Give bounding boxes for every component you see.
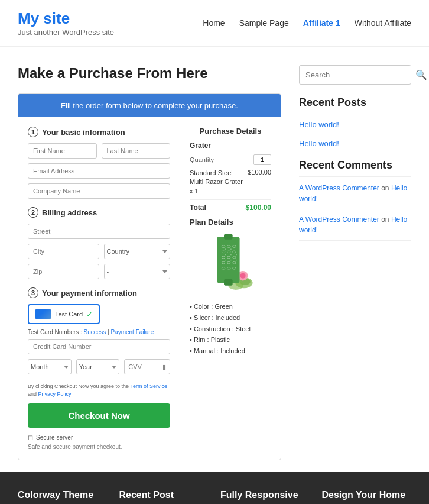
section1-num: 1 [28, 127, 38, 137]
section1-title: 1 Your basic information [28, 127, 170, 137]
test-card-info: Test Card Numbers : Success | Payment Fa… [28, 329, 170, 335]
price-row: Standard Steel Multi Razor Grater x 1 $1… [190, 169, 271, 196]
country-select[interactable]: Country [104, 244, 171, 259]
zip-row: - [28, 264, 170, 279]
test-card-label: Test Card Numbers : [28, 329, 82, 335]
billing-section: 2 Billing address Country [28, 207, 170, 279]
year-select[interactable]: Year [76, 359, 120, 374]
month-select[interactable]: Month [28, 359, 72, 374]
cc-row [28, 339, 170, 354]
site-tagline: Just another WordPress site [18, 28, 114, 37]
city-country-row: Country [28, 244, 170, 259]
privacy-link[interactable]: Privacy Policy [38, 391, 72, 397]
total-price: $100.00 [246, 203, 271, 212]
card-label: Test Card [55, 311, 83, 318]
secure-row: ◻ Secure server [28, 434, 170, 441]
main-content: Make a Purchase From Here Fill the order… [18, 65, 281, 460]
search-wrap: 🔍 [299, 65, 411, 85]
comment-2: A WordPress Commenter on Hello world! [299, 214, 411, 241]
plan-title: Plan Details [190, 218, 271, 227]
section3-title: 3 Your payment information [28, 287, 170, 298]
street-row [28, 224, 170, 239]
cvv-icon: ▮ [162, 363, 166, 371]
qty-input[interactable] [254, 154, 271, 165]
search-input[interactable] [300, 66, 411, 83]
section3-num: 3 [28, 287, 38, 298]
feature-color: Color : Green [190, 301, 271, 312]
svg-point-22 [225, 249, 226, 250]
qty-label: Quantity [190, 156, 214, 163]
total-row: Total $100.00 [190, 199, 271, 212]
section1-label: Your basic information [42, 128, 125, 137]
sidebar: 🔍 Recent Posts Hello world! Hello world!… [299, 65, 411, 460]
section2-title: 2 Billing address [28, 207, 170, 218]
item-label: Standard Steel Multi Razor Grater x 1 [190, 169, 248, 196]
recent-post-1[interactable]: Hello world! [299, 120, 411, 134]
search-button[interactable]: 🔍 [411, 66, 429, 84]
first-name-input[interactable] [28, 143, 97, 159]
checkout-container: Fill the order form below to complete yo… [18, 93, 281, 460]
city-input[interactable] [28, 244, 99, 259]
svg-point-24 [225, 254, 226, 256]
feature-manual: Manual : Included [190, 345, 271, 357]
feature-rim: Rim : Plastic [190, 334, 271, 345]
last-name-input[interactable] [102, 143, 171, 159]
form-column: 1 Your basic information [18, 117, 180, 460]
svg-rect-30 [224, 279, 233, 286]
success-link[interactable]: Success [83, 329, 106, 335]
payment-card-selector[interactable]: Test Card ✓ [28, 304, 100, 324]
site-header: My site Just another WordPress site Home… [0, 0, 429, 47]
svg-point-26 [236, 254, 237, 256]
nav-without-affiliate[interactable]: Without Affiliate [355, 18, 411, 28]
comment-on-1: on [381, 184, 389, 192]
checkout-button[interactable]: Checkout Now [28, 403, 170, 428]
plan-features: Color : Green Slicer : Included Construc… [190, 301, 271, 356]
nav-affiliate1[interactable]: Affiliate 1 [303, 18, 340, 28]
site-nav: Home Sample Page Affiliate 1 Without Aff… [203, 18, 411, 28]
street-input[interactable] [28, 224, 170, 239]
product-image [204, 231, 257, 296]
purchase-title: Purchase Details [190, 127, 271, 135]
comment-1: A WordPress Commenter on Hello world! [299, 183, 411, 209]
svg-point-27 [225, 260, 226, 261]
email-input[interactable] [28, 163, 170, 179]
recent-posts-title: Recent Posts [299, 96, 411, 114]
qty-row: Quantity [190, 154, 271, 165]
terms-text: By clicking Checkout Now you agree to th… [28, 383, 170, 398]
site-branding: My site Just another WordPress site [18, 9, 114, 37]
lock-icon: ◻ [28, 434, 33, 441]
cvv-input[interactable] [128, 363, 160, 370]
comment-on-2: on [381, 215, 389, 224]
content-area: Make a Purchase From Here Fill the order… [0, 47, 429, 472]
commenter-1[interactable]: A WordPress Commenter [299, 184, 379, 192]
zip-input[interactable] [28, 264, 99, 279]
check-icon: ✓ [86, 310, 93, 319]
footer-title-4: Design Your Home [322, 490, 412, 500]
feature-construction: Construction : Steel [190, 324, 271, 335]
footer-widget-4: Design Your Home Express your creativity… [322, 490, 412, 504]
product-name: Grater [190, 141, 271, 150]
svg-rect-6 [224, 234, 233, 240]
svg-point-28 [230, 260, 232, 261]
company-input[interactable] [28, 183, 170, 199]
svg-point-29 [236, 260, 237, 261]
section3-label: Your payment information [42, 289, 137, 298]
footer-widget-2: Recent Post Worth A Thousand Words Categ… [119, 490, 209, 504]
checkout-body: 1 Your basic information [18, 117, 281, 460]
name-row [28, 143, 170, 159]
footer-widget-3: Fully Responsive Colorway is a unique re… [220, 490, 310, 504]
footer-widget-1: Colorway Theme Footer is widgetized. To … [18, 490, 108, 504]
details-column: Purchase Details Grater Quantity Standar… [180, 117, 281, 460]
zip-extra-select[interactable]: - [104, 264, 171, 279]
terms-link[interactable]: Term of Service [130, 383, 167, 389]
failure-link[interactable]: Payment Failure [110, 329, 154, 335]
nav-home[interactable]: Home [203, 18, 225, 28]
recent-post-2[interactable]: Hello world! [299, 139, 411, 153]
expiry-row: Month Year ▮ [28, 359, 170, 374]
total-label: Total [190, 203, 206, 212]
commenter-2[interactable]: A WordPress Commenter [299, 215, 379, 224]
cc-number-input[interactable] [28, 339, 170, 354]
nav-sample-page[interactable]: Sample Page [239, 18, 289, 28]
site-title: My site [18, 9, 114, 28]
svg-point-25 [230, 254, 232, 256]
